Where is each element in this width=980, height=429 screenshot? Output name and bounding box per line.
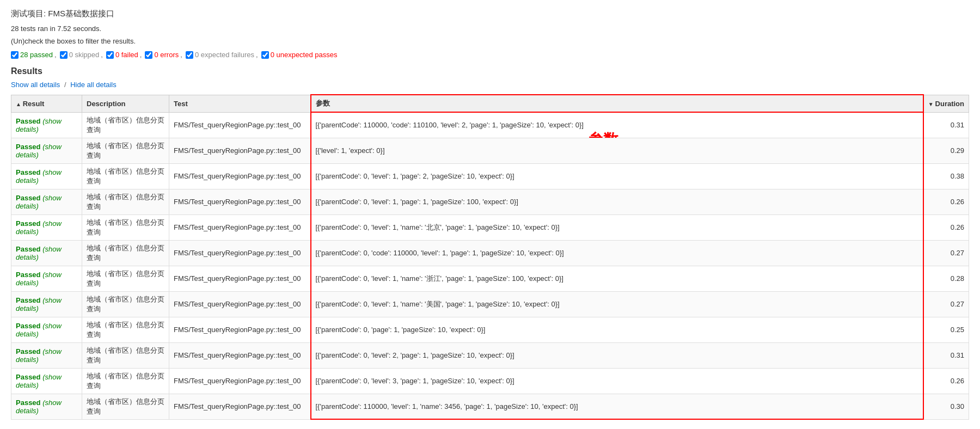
cell-params: [{'parentCode': 0, 'page': 1, 'pageSize'… (311, 317, 923, 342)
result-passed-label: Passed (16, 219, 41, 228)
cell-result: Passed (show details) (11, 112, 82, 138)
cell-desc: 地域（省市区）信息分页查询 (82, 266, 169, 291)
filter-failed[interactable]: 0 failed, (106, 51, 142, 59)
cell-params: [{'level': 1, 'expect': 0}] (311, 138, 923, 163)
cell-test: FMS/Test_queryRegionPage.py::test_00 (169, 138, 311, 163)
table-row: Passed (show details)地域（省市区）信息分页查询FMS/Te… (11, 342, 969, 368)
filter-passed[interactable]: 28 passed, (11, 51, 57, 59)
table-row: Passed (show details)地域（省市区）信息分页查询FMS/Te… (11, 214, 969, 240)
cell-test: FMS/Test_queryRegionPage.py::test_00 (169, 189, 311, 214)
cell-desc: 地域（省市区）信息分页查询 (82, 214, 169, 240)
col-header-duration[interactable]: Duration (923, 95, 969, 112)
col-header-result[interactable]: Result (11, 95, 82, 112)
cell-test: FMS/Test_queryRegionPage.py::test_00 (169, 368, 311, 394)
cell-duration: 0.26 (923, 214, 969, 240)
table-row: Passed (show details)地域（省市区）信息分页查询FMS/Te… (11, 317, 969, 342)
col-header-desc[interactable]: Description (82, 95, 169, 112)
filter-errors[interactable]: 0 errors, (145, 51, 182, 59)
cell-desc: 地域（省市区）信息分页查询 (82, 291, 169, 317)
page-title: 测试项目: FMS基础数据接口 (11, 9, 969, 19)
result-passed-label: Passed (16, 143, 41, 151)
cell-params: [{'parentCode': 0, 'level': 2, 'page': 1… (311, 342, 923, 368)
cell-desc: 地域（省市区）信息分页查询 (82, 394, 169, 419)
cell-duration: 0.28 (923, 266, 969, 291)
details-links: Show all details / Hide all details (11, 81, 969, 89)
filter-expected-label: 0 expected failures (195, 51, 254, 59)
summary-text: 28 tests ran in 7.52 seconds. (11, 24, 969, 33)
filter-skipped[interactable]: 0 skipped, (60, 51, 103, 59)
cell-result: Passed (show details) (11, 240, 82, 266)
cell-desc: 地域（省市区）信息分页查询 (82, 138, 169, 163)
show-all-link[interactable]: Show all details (11, 81, 60, 89)
cell-duration: 0.30 (923, 394, 969, 419)
result-passed-label: Passed (16, 322, 41, 330)
table-row: Passed (show details)地域（省市区）信息分页查询FMS/Te… (11, 189, 969, 214)
cell-test: FMS/Test_queryRegionPage.py::test_00 (169, 266, 311, 291)
table-row: Passed (show details)地域（省市区）信息分页查询FMS/Te… (11, 112, 969, 138)
cell-result: Passed (show details) (11, 368, 82, 394)
result-passed-label: Passed (16, 271, 41, 279)
cell-result: Passed (show details) (11, 214, 82, 240)
cell-duration: 0.31 (923, 342, 969, 368)
table-row: Passed (show details)地域（省市区）信息分页查询FMS/Te… (11, 240, 969, 266)
checkbox-unexpected[interactable] (261, 51, 269, 59)
filter-errors-label: 0 errors (154, 51, 179, 59)
filter-failed-label: 0 failed (115, 51, 138, 59)
result-passed-label: Passed (16, 194, 41, 202)
filter-unexpected-label: 0 unexpected passes (271, 51, 338, 59)
cell-result: Passed (show details) (11, 163, 82, 189)
cell-test: FMS/Test_queryRegionPage.py::test_00 (169, 342, 311, 368)
hide-all-link[interactable]: Hide all details (70, 81, 117, 89)
col-header-test[interactable]: Test (169, 95, 311, 112)
cell-duration: 0.27 (923, 291, 969, 317)
cell-duration: 0.27 (923, 240, 969, 266)
cell-desc: 地域（省市区）信息分页查询 (82, 189, 169, 214)
result-passed-label: Passed (16, 296, 41, 304)
cell-test: FMS/Test_queryRegionPage.py::test_00 (169, 394, 311, 419)
filter-row: 28 passed, 0 skipped, 0 failed, 0 errors… (11, 51, 969, 59)
table-row: Passed (show details)地域（省市区）信息分页查询FMS/Te… (11, 266, 969, 291)
cell-result: Passed (show details) (11, 138, 82, 163)
filter-expected[interactable]: 0 expected failures, (186, 51, 258, 59)
cell-desc: 地域（省市区）信息分页查询 (82, 368, 169, 394)
col-header-params: 参数 (311, 95, 923, 112)
cell-test: FMS/Test_queryRegionPage.py::test_00 (169, 214, 311, 240)
checkbox-expected[interactable] (186, 51, 193, 59)
cell-duration: 0.38 (923, 163, 969, 189)
checkbox-skipped[interactable] (60, 51, 68, 59)
cell-desc: 地域（省市区）信息分页查询 (82, 317, 169, 342)
cell-params: [{'parentCode': 0, 'level': 1, 'page': 1… (311, 189, 923, 214)
cell-test: FMS/Test_queryRegionPage.py::test_00 (169, 163, 311, 189)
checkbox-errors[interactable] (145, 51, 152, 59)
cell-result: Passed (show details) (11, 342, 82, 368)
cell-desc: 地域（省市区）信息分页查询 (82, 112, 169, 138)
filter-hint: (Un)check the boxes to filter the result… (11, 37, 969, 45)
table-row: Passed (show details)地域（省市区）信息分页查询FMS/Te… (11, 163, 969, 189)
cell-params: [{'parentCode': 110000, 'code': 110100, … (311, 112, 923, 138)
cell-result: Passed (show details) (11, 291, 82, 317)
result-passed-label: Passed (16, 399, 41, 407)
cell-result: Passed (show details) (11, 189, 82, 214)
cell-duration: 0.29 (923, 138, 969, 163)
cell-params: [{'parentCode': 0, 'level': 1, 'name': '… (311, 291, 923, 317)
cell-test: FMS/Test_queryRegionPage.py::test_00 (169, 291, 311, 317)
cell-result: Passed (show details) (11, 266, 82, 291)
table-body: Passed (show details)地域（省市区）信息分页查询FMS/Te… (11, 112, 969, 419)
cell-params: [{'parentCode': 110000, 'level': 1, 'nam… (311, 394, 923, 419)
cell-desc: 地域（省市区）信息分页查询 (82, 240, 169, 266)
filter-passed-label: 28 passed (20, 51, 53, 59)
checkbox-passed[interactable] (11, 51, 19, 59)
cell-duration: 0.26 (923, 189, 969, 214)
cell-params: [{'parentCode': 0, 'level': 1, 'name': '… (311, 214, 923, 240)
table-header-row: Result Description Test 参数 Duration (11, 95, 969, 112)
cell-duration: 0.31 (923, 112, 969, 138)
table-row: Passed (show details)地域（省市区）信息分页查询FMS/Te… (11, 291, 969, 317)
cell-result: Passed (show details) (11, 394, 82, 419)
cell-params: [{'parentCode': 0, 'level': 1, 'page': 2… (311, 163, 923, 189)
filter-skipped-label: 0 skipped (69, 51, 100, 59)
checkbox-failed[interactable] (106, 51, 114, 59)
cell-params: [{'parentCode': 0, 'level': 1, 'name': '… (311, 266, 923, 291)
cell-result: Passed (show details) (11, 317, 82, 342)
cell-test: FMS/Test_queryRegionPage.py::test_00 (169, 112, 311, 138)
filter-unexpected[interactable]: 0 unexpected passes (261, 51, 338, 59)
